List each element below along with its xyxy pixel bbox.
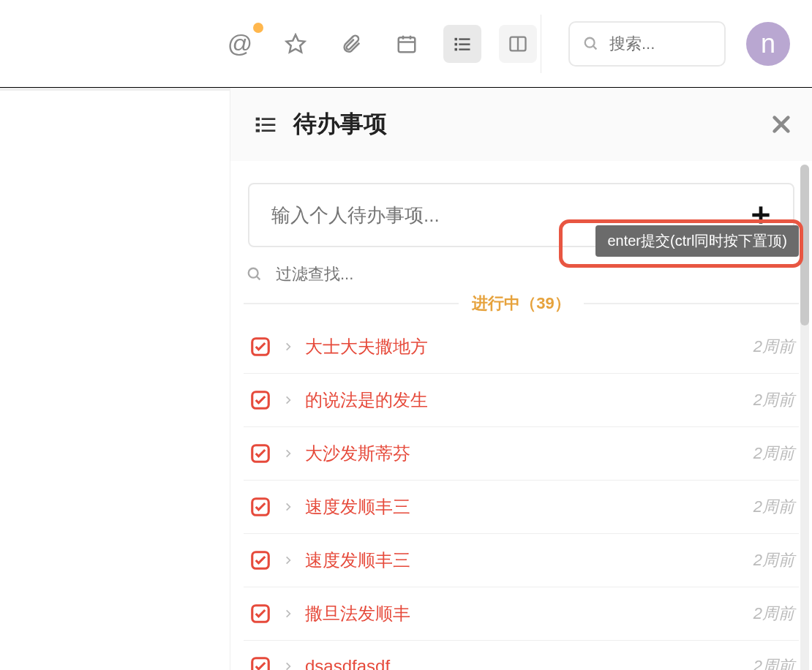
todo-list: 大士大夫撒地方2周前的说法是的发生2周前大沙发斯蒂芬2周前速度发顺丰三2周前速度…	[244, 320, 799, 670]
svg-rect-18	[262, 118, 276, 120]
checkbox-icon[interactable]	[249, 603, 271, 625]
add-todo-box[interactable]: enter提交(ctrl同时按下置顶)	[248, 183, 794, 247]
svg-line-24	[257, 276, 260, 280]
add-todo-input[interactable]	[271, 204, 751, 227]
todo-time: 2周前	[753, 443, 794, 464]
todo-item[interactable]: 的说法是的发生2周前	[244, 374, 799, 427]
svg-point-23	[249, 268, 258, 278]
chevron-right-icon[interactable]	[283, 502, 293, 512]
svg-rect-9	[459, 43, 470, 45]
svg-rect-17	[256, 129, 260, 132]
todo-item[interactable]: dsasdfasdf2周前	[244, 641, 799, 670]
search-input[interactable]	[609, 34, 704, 53]
list-view-icon[interactable]	[443, 25, 481, 63]
chevron-right-icon[interactable]	[283, 609, 293, 619]
toolbar: @	[221, 25, 537, 63]
checkbox-icon[interactable]	[249, 549, 271, 571]
close-icon[interactable]	[771, 114, 792, 135]
todo-time: 2周前	[753, 336, 794, 358]
svg-rect-6	[455, 42, 458, 45]
search-box[interactable]	[568, 21, 726, 67]
todo-time: 2周前	[753, 603, 794, 625]
todo-title: dsasdfasdf	[305, 656, 742, 670]
svg-rect-5	[455, 37, 458, 40]
todo-time: 2周前	[753, 496, 794, 518]
svg-rect-15	[256, 118, 260, 121]
panel-title: 待办事项	[254, 108, 387, 140]
calendar-icon[interactable]	[388, 25, 426, 63]
scrollbar-thumb[interactable]	[800, 165, 809, 325]
chevron-right-icon[interactable]	[283, 448, 293, 459]
plus-icon[interactable]	[751, 205, 771, 225]
todo-item[interactable]: 速度发顺丰三2周前	[244, 534, 799, 587]
svg-marker-0	[287, 34, 305, 52]
left-sidebar	[0, 88, 230, 670]
todo-item[interactable]: 速度发顺丰三2周前	[244, 481, 799, 534]
svg-rect-19	[262, 124, 276, 126]
panel-title-text: 待办事项	[293, 108, 387, 140]
svg-rect-7	[455, 48, 458, 50]
star-icon[interactable]	[277, 25, 315, 63]
chevron-right-icon[interactable]	[283, 342, 293, 352]
checkbox-icon[interactable]	[249, 389, 271, 411]
todo-title: 大士大夫撒地方	[305, 335, 742, 358]
filter-input[interactable]	[276, 265, 796, 284]
checkbox-icon[interactable]	[249, 443, 271, 464]
section-label: 进行中（39）	[472, 293, 570, 315]
svg-rect-10	[459, 48, 470, 50]
todo-title: 大沙发斯蒂芬	[305, 442, 742, 465]
svg-rect-22	[752, 214, 769, 217]
chevron-right-icon[interactable]	[283, 555, 293, 565]
todo-item[interactable]: 撒旦法发顺丰2周前	[244, 587, 799, 641]
svg-point-13	[585, 37, 595, 47]
top-bar: @ n	[0, 0, 812, 88]
checkbox-icon[interactable]	[249, 336, 271, 358]
todo-panel: 待办事项 enter提交(ctrl同时按下置顶)	[230, 88, 812, 670]
checkbox-icon[interactable]	[249, 496, 271, 518]
svg-line-14	[593, 45, 597, 49]
avatar-letter: n	[761, 29, 775, 59]
scrollbar[interactable]	[800, 165, 809, 670]
todo-item[interactable]: 大士大夫撒地方2周前	[244, 320, 799, 374]
todo-item[interactable]: 大沙发斯蒂芬2周前	[244, 427, 799, 481]
todo-time: 2周前	[753, 655, 794, 670]
notification-dot	[253, 23, 263, 33]
todo-title: 速度发顺丰三	[305, 495, 742, 519]
todo-title: 的说法是的发生	[305, 388, 742, 412]
columns-icon[interactable]	[499, 25, 537, 63]
section-divider: 进行中（39）	[244, 293, 799, 315]
todo-time: 2周前	[753, 549, 794, 571]
attachment-icon[interactable]	[332, 25, 370, 63]
svg-rect-16	[256, 124, 260, 127]
search-icon	[583, 36, 599, 52]
svg-rect-20	[262, 129, 276, 132]
svg-rect-1	[399, 37, 416, 52]
chevron-right-icon[interactable]	[283, 661, 293, 670]
search-icon	[247, 266, 263, 282]
filter-row	[247, 265, 796, 284]
main-area: 待办事项 enter提交(ctrl同时按下置顶)	[0, 88, 812, 670]
todo-time: 2周前	[753, 389, 794, 411]
panel-header: 待办事项	[230, 88, 812, 154]
mentions-icon[interactable]: @	[221, 25, 259, 63]
todo-title: 速度发顺丰三	[305, 549, 742, 572]
chevron-right-icon[interactable]	[283, 395, 293, 405]
panel-body: enter提交(ctrl同时按下置顶) 进行中（39） 大士大夫撒地方2周前的说…	[230, 161, 812, 670]
checkbox-icon[interactable]	[249, 655, 271, 670]
list-icon	[254, 113, 277, 136]
svg-rect-8	[459, 38, 470, 39]
add-tooltip: enter提交(ctrl同时按下置顶)	[595, 225, 799, 257]
avatar[interactable]: n	[746, 22, 790, 66]
todo-title: 撒旦法发顺丰	[305, 602, 742, 625]
